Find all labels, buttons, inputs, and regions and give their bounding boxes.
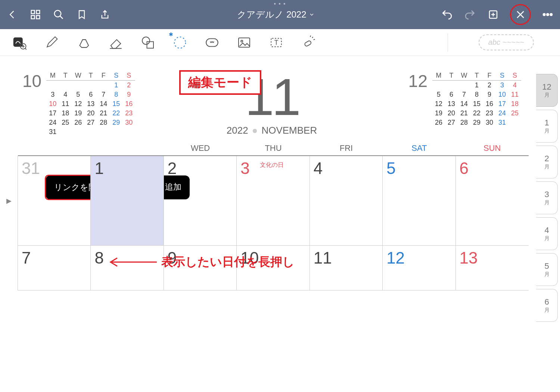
weekday-sat: SAT	[383, 143, 455, 155]
weekday-header: WEDTHUFRISATSUN	[0, 143, 536, 155]
svg-point-4	[55, 10, 61, 17]
svg-rect-3	[37, 16, 40, 19]
week-gutter[interactable]: ▶	[0, 156, 18, 246]
weekday-thu: THU	[237, 143, 309, 155]
svg-point-20	[142, 37, 150, 44]
calendar-page: 編集モード 10 MTWTFSS123456789101112131415161…	[0, 56, 536, 392]
pen-tool-icon[interactable]	[43, 34, 60, 51]
calendar-cell[interactable]: 12	[383, 246, 455, 290]
document-title[interactable]: クアデルノ 2022	[111, 9, 441, 21]
eraser-tool-icon[interactable]	[108, 34, 124, 51]
calendar-cell[interactable]: 6	[456, 156, 529, 246]
svg-rect-2	[31, 16, 35, 19]
week-gutter[interactable]	[0, 246, 18, 290]
svg-rect-21	[147, 41, 154, 48]
share-icon[interactable]	[99, 8, 111, 21]
close-icon	[515, 9, 526, 20]
svg-rect-28	[304, 40, 312, 46]
thumbnails-icon[interactable]	[29, 8, 42, 21]
bookmark-icon[interactable]	[75, 8, 88, 21]
more-icon[interactable]	[541, 8, 554, 21]
mini-prev-month-number: 10	[22, 71, 41, 91]
annotation-arrow-hint: 表示したい日付を長押し	[108, 254, 295, 270]
handwriting-placeholder[interactable]: abc ~~~~~	[479, 34, 534, 50]
lasso-tool-icon[interactable]: ✱	[172, 34, 188, 51]
weekday-sun: SUN	[456, 143, 529, 155]
calendar-cell[interactable]: 1	[91, 156, 164, 246]
svg-line-30	[314, 39, 315, 40]
calendar-cell[interactable]: 5	[383, 156, 455, 246]
drawing-toolbar: ✱ T abc ~~~~~	[0, 29, 560, 56]
calendar-cell[interactable]: 3文化の日	[237, 156, 309, 246]
month-tab-5[interactable]: 5月	[536, 253, 558, 286]
year-label: 2022	[227, 125, 248, 136]
month-tab-3[interactable]: 3月	[536, 181, 558, 214]
mini-calendar-next[interactable]: 12 MTWTFSS123456789101112131415161718192…	[408, 71, 521, 127]
calendar-cell[interactable]: 11	[310, 246, 383, 290]
svg-point-13	[550, 13, 552, 15]
weekday-mon	[18, 143, 91, 155]
close-edit-button[interactable]	[510, 4, 531, 25]
chevron-down-icon	[309, 12, 315, 18]
calendar-cell[interactable]: 7	[18, 246, 91, 290]
svg-rect-23	[206, 38, 218, 46]
undo-icon[interactable]	[441, 8, 453, 21]
add-page-icon[interactable]	[487, 8, 500, 21]
svg-rect-1	[37, 10, 40, 14]
weekday-fri: FRI	[310, 143, 383, 155]
svg-line-16	[25, 48, 27, 50]
month-tabs: 12月1月2月3月4月5月6月	[536, 56, 560, 392]
svg-line-29	[312, 37, 313, 38]
mini-calendar-prev[interactable]: 10 MTWTFSS123456789101112131415161718192…	[22, 71, 135, 137]
svg-point-25	[241, 40, 243, 42]
annotation-edit-mode-label: 編集モード	[179, 70, 261, 95]
highlighter-tool-icon[interactable]	[75, 34, 92, 51]
document-title-text: クアデルノ 2022	[237, 9, 306, 21]
month-name: NOVEMBER	[261, 125, 317, 136]
svg-rect-14	[13, 37, 23, 47]
svg-point-22	[174, 37, 186, 48]
text-tool-icon[interactable]: T	[268, 34, 284, 51]
image-tool-icon[interactable]	[236, 34, 252, 51]
svg-point-11	[543, 13, 545, 15]
weekday-tue	[91, 143, 164, 155]
month-tab-12[interactable]: 12月	[536, 74, 558, 107]
calendar-cell[interactable]: 13	[456, 246, 529, 290]
calendar-week-1: ▶31123文化の日456	[0, 156, 536, 246]
zoom-tool-icon[interactable]	[11, 34, 28, 51]
svg-point-12	[547, 13, 548, 15]
month-tab-1[interactable]: 1月	[536, 110, 558, 143]
svg-text:T: T	[274, 39, 279, 46]
month-tab-4[interactable]: 4月	[536, 217, 558, 250]
search-icon[interactable]	[52, 8, 65, 21]
svg-line-31	[310, 35, 311, 37]
shapes-tool-icon[interactable]	[140, 34, 156, 51]
month-tab-6[interactable]: 6月	[536, 289, 558, 322]
svg-line-5	[60, 16, 63, 19]
calendar-cell[interactable]: 2	[164, 156, 237, 246]
sticker-tool-icon[interactable]	[204, 34, 220, 51]
weekday-wed: WED	[164, 143, 237, 155]
mini-next-month-number: 12	[408, 71, 427, 91]
laser-tool-icon[interactable]	[300, 34, 317, 51]
titlebar: ● ● ● クアデルノ 2022	[0, 0, 560, 29]
calendar-cell[interactable]: 4	[310, 156, 383, 246]
drag-handle-dots[interactable]: ● ● ●	[274, 1, 286, 6]
svg-rect-0	[31, 10, 35, 14]
calendar-cell[interactable]: 31	[18, 156, 91, 246]
redo-icon[interactable]	[464, 8, 476, 21]
back-icon[interactable]	[6, 8, 19, 21]
month-tab-2[interactable]: 2月	[536, 146, 558, 178]
